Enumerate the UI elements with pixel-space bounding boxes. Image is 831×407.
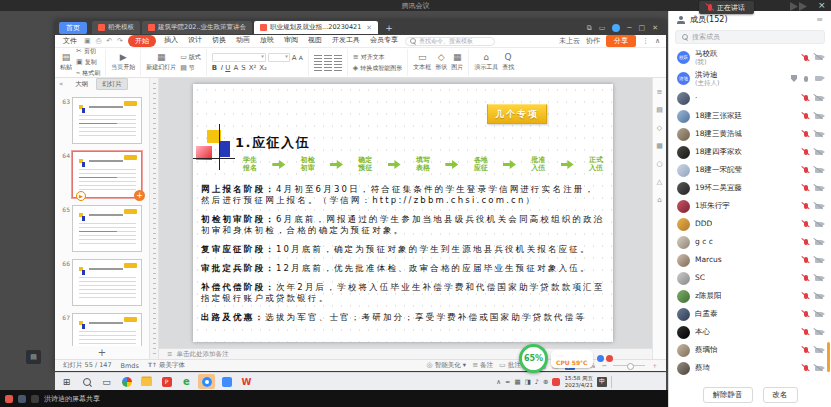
textbox-button[interactable]: ▭文本框	[413, 53, 431, 72]
zoom-slider[interactable]	[613, 365, 645, 366]
align-right-icon[interactable]	[334, 64, 342, 71]
tray-360-badge-icon[interactable]	[552, 378, 560, 386]
camera-off-icon[interactable]	[815, 150, 822, 155]
document-tab[interactable]: 稻壳模板	[92, 21, 140, 34]
play-current-button[interactable]: ▶当页开始	[111, 53, 135, 72]
menu-file[interactable]: 文件	[61, 36, 79, 46]
camera-off-icon[interactable]	[815, 55, 822, 60]
slide-thumbnail[interactable]: ▶+	[72, 151, 142, 198]
camera-off-icon[interactable]	[815, 222, 822, 227]
new-tab-button[interactable]: +	[385, 23, 393, 33]
browser-360-icon[interactable]	[118, 374, 135, 389]
document-tab[interactable]: 建筑学院202..业生政策宣讲会	[142, 21, 252, 34]
camera-off-icon[interactable]	[815, 168, 822, 173]
camera-off-icon[interactable]	[815, 348, 822, 353]
close-window-button[interactable]: ✕	[652, 24, 658, 32]
member-row[interactable]: 蔡璃怡	[669, 341, 831, 359]
format-painter-button[interactable]: ⌁格式刷	[76, 69, 100, 78]
sidebar-list-icon[interactable]: ≡	[657, 88, 663, 96]
mic-muted-icon[interactable]	[804, 257, 808, 263]
find-button[interactable]: Q查找	[502, 53, 514, 72]
align-center-icon[interactable]	[324, 64, 332, 71]
member-row[interactable]: ·	[669, 89, 831, 107]
camera-off-icon[interactable]	[815, 132, 822, 137]
shrink-font-button[interactable]: A	[299, 54, 303, 61]
members-menu-icon[interactable]: ≡	[816, 15, 823, 24]
member-row[interactable]: 18建三张家廷	[669, 107, 831, 125]
wps-collab-icon[interactable]	[612, 24, 620, 32]
member-search-input[interactable]: 搜索成员	[675, 30, 825, 44]
font-size-select[interactable]	[268, 53, 290, 62]
mic-icon[interactable]	[804, 76, 808, 82]
thumbnail-item[interactable]: 64▶+	[58, 151, 146, 198]
wps-writer-icon[interactable]: W	[238, 374, 255, 389]
sidebar-triangle-icon[interactable]: △	[657, 178, 662, 186]
tray-wave-icon[interactable]: ≈	[505, 378, 510, 386]
tencent-meeting-icon[interactable]	[198, 374, 215, 389]
tray-network-icon[interactable]: ◨	[525, 378, 531, 386]
slide[interactable]: 几个专项 1.应征入伍 学生报名初检初审确定预征填写表格各地应征批准入伍正式入伍…	[193, 84, 613, 342]
member-row[interactable]: z陈晨阳	[669, 287, 831, 305]
camera-off-icon[interactable]	[815, 114, 822, 119]
mic-muted-icon[interactable]	[804, 113, 808, 119]
slides-tab[interactable]: 幻灯片	[96, 78, 128, 90]
shapes-button[interactable]: ◇形状	[435, 53, 447, 72]
sidebar-circle-icon[interactable]: ○	[656, 160, 662, 168]
mic-muted-icon[interactable]	[804, 275, 808, 281]
menu-item-7[interactable]: 视图	[306, 35, 324, 47]
member-list-scrollbar[interactable]	[827, 342, 830, 372]
widget-blue-icon[interactable]	[597, 355, 604, 362]
camera-off-icon[interactable]	[815, 294, 822, 299]
new-slide-button[interactable]: ▦新建幻灯片	[146, 53, 176, 72]
member-row[interactable]: 18建一宋皖莹	[669, 161, 831, 179]
font-name-select[interactable]	[212, 53, 266, 62]
undo-icon[interactable]: ↶	[106, 37, 112, 45]
comments-toggle[interactable]: ▭ 批注	[499, 361, 521, 370]
member-row[interactable]: 18建四李家欢	[669, 143, 831, 161]
close-tab-icon[interactable]: ✕	[366, 24, 372, 32]
mic-muted-icon[interactable]	[804, 149, 808, 155]
task-view-icon[interactable]: ▭	[98, 374, 115, 389]
print-icon[interactable]: ⎙	[96, 37, 102, 45]
strikethrough-button[interactable]: S	[241, 64, 245, 72]
performance-widget[interactable]: 65% ··· CPU 59°C	[519, 344, 613, 373]
tray-expand-icon[interactable]: ∧	[496, 378, 501, 386]
mic-muted-icon[interactable]	[804, 329, 808, 335]
slide-thumbnail[interactable]	[72, 205, 142, 252]
member-row[interactable]: 本心	[669, 323, 831, 341]
camera-off-icon[interactable]	[815, 240, 822, 245]
mic-indicator-icon[interactable]	[31, 395, 39, 403]
mic-muted-icon[interactable]	[804, 185, 808, 191]
mic-muted-icon[interactable]	[804, 221, 808, 227]
zoom-in-icon[interactable]: ＋	[651, 361, 658, 371]
italic-button[interactable]: I	[220, 64, 222, 72]
number-list-icon[interactable]	[324, 55, 332, 62]
more-menu-icon[interactable]: ⋮	[642, 37, 649, 45]
present-tools-button[interactable]: ⌂演示工具	[474, 53, 498, 72]
sidebar-grid-icon[interactable]: ▦	[656, 142, 663, 150]
section-button[interactable]: ▤节	[180, 64, 201, 73]
collapse-panel-icon[interactable]: «	[59, 80, 63, 88]
show-desktop-button[interactable]	[611, 376, 615, 388]
chat-indicator-icon[interactable]	[18, 395, 26, 403]
menu-item-0[interactable]: 开始	[128, 35, 156, 47]
member-row[interactable]: 蔡琦	[669, 359, 831, 377]
menu-item-1[interactable]: 插入	[162, 35, 180, 47]
mic-muted-icon[interactable]	[804, 167, 808, 173]
member-row[interactable]: 1班朱行宇	[669, 197, 831, 215]
member-indicator-icon[interactable]	[5, 395, 13, 403]
beautify-button[interactable]: ◎ 智能美化 ▾	[427, 361, 467, 370]
mic-muted-icon[interactable]	[804, 95, 808, 101]
workspace-icon[interactable]: ▭	[599, 24, 606, 32]
copy-button[interactable]: ▣复制	[76, 58, 100, 67]
member-row[interactable]: SC	[669, 269, 831, 287]
mic-muted-icon[interactable]	[804, 239, 808, 245]
superscript-button[interactable]: X²	[249, 64, 257, 72]
camera-off-icon[interactable]	[815, 312, 822, 317]
outline-tab[interactable]: 大纲	[70, 79, 93, 89]
unmute-button[interactable]: 解除静音	[703, 387, 753, 403]
member-row[interactable]: g c c	[669, 233, 831, 251]
menu-item-9[interactable]: 会员专享	[368, 35, 400, 47]
slide-thumbnail[interactable]	[72, 313, 142, 346]
member-row[interactable]: 19环二吴宜藤	[669, 179, 831, 197]
